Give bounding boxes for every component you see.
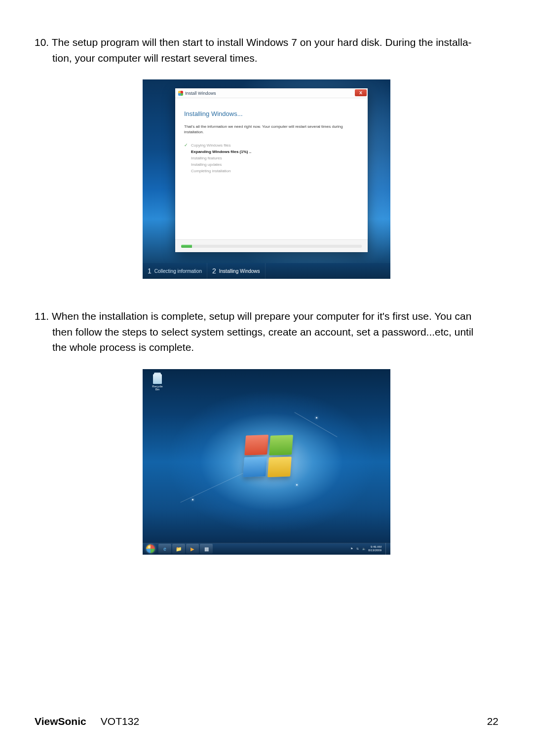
install-steps-list: Copying Windows files Expanding Windows … <box>184 142 359 174</box>
folder-icon: 📁 <box>176 546 182 552</box>
tray-network-icon[interactable]: ⇅ <box>356 547 360 551</box>
page-number: 22 <box>487 716 498 727</box>
step-completing-installation: Completing installation <box>184 168 359 174</box>
footer-step-2-number: 2 <box>212 267 216 275</box>
screenshot-install-wizard: Install Windows X Installing Windows... … <box>143 79 390 279</box>
logo-pane-green <box>269 435 293 455</box>
manual-page: 10. The setup program will then start to… <box>0 0 533 756</box>
step-11-line2: then follow the steps to select system s… <box>35 324 498 340</box>
taskbar: e 📁 ▶ ▦ ⚑ ⇅ 🔈 9:46 AM 8/13/2009 <box>143 543 390 555</box>
sparkle <box>296 484 298 486</box>
tray-flag-icon[interactable]: ⚑ <box>350 547 354 551</box>
dialog-title-text: Install Windows <box>185 91 216 96</box>
recycle-bin-label: Recycle Bin <box>151 385 164 391</box>
step-10-line2: tion, your computer will restart several… <box>35 50 498 66</box>
dialog-info-text: That's all the information we need right… <box>184 124 359 135</box>
install-windows-dialog: Install Windows X Installing Windows... … <box>175 88 368 252</box>
windows-flag-icon <box>178 91 183 96</box>
clock-date: 8/13/2009 <box>368 549 381 552</box>
step-installing-features: Installing features <box>184 155 359 161</box>
recycle-bin-icon[interactable]: Recycle Bin <box>151 374 164 391</box>
taskbar-explorer-button[interactable]: 📁 <box>172 544 185 554</box>
start-button[interactable] <box>144 543 157 554</box>
clock-time: 9:46 AM <box>368 545 381 549</box>
ie-icon: e <box>163 546 166 552</box>
footer-step-2-label: Installing Windows <box>219 268 260 274</box>
dialog-body: Installing Windows... That's all the inf… <box>175 98 368 174</box>
media-player-icon: ▶ <box>190 546 194 552</box>
footer-step-1-number: 1 <box>148 267 152 275</box>
tray-clock[interactable]: 9:46 AM 8/13/2009 <box>368 545 381 552</box>
step-copying-files: Copying Windows files <box>184 142 359 149</box>
close-button[interactable]: X <box>355 89 367 96</box>
progress-bar <box>181 245 362 248</box>
step-11-text: 11. When the installation is complete, s… <box>35 308 498 355</box>
taskbar-media-player-button[interactable]: ▶ <box>186 544 199 554</box>
tray-volume-icon[interactable]: 🔈 <box>362 547 366 551</box>
close-icon: X <box>359 90 362 95</box>
screenshot-windows-desktop: Recycle Bin e 📁 ▶ ▦ ⚑ ⇅ 🔈 <box>143 369 390 555</box>
wizard-footer-steps: 1 Collecting information 2 Installing Wi… <box>143 263 390 279</box>
recycle-bin-glyph <box>153 374 162 384</box>
model-name: VOT132 <box>101 716 139 727</box>
start-orb-icon <box>146 544 155 553</box>
footer-step-1: 1 Collecting information <box>143 263 207 279</box>
step-10-line1: The setup program will then start to ins… <box>52 37 472 48</box>
step-installing-updates: Installing updates <box>184 161 359 168</box>
dialog-heading: Installing Windows... <box>184 110 359 117</box>
logo-pane-blue <box>243 456 267 477</box>
page-footer: ViewSonic VOT132 22 <box>35 716 498 727</box>
footer-brand: ViewSonic VOT132 <box>35 716 139 727</box>
logo-pane-red <box>244 434 268 455</box>
progress-area <box>175 239 368 252</box>
step-11-number: 11. <box>35 310 49 322</box>
brand-name: ViewSonic <box>35 716 86 727</box>
dialog-titlebar: Install Windows X <box>175 88 368 98</box>
taskbar-pinned-button[interactable]: ▦ <box>200 544 213 554</box>
taskbar-ie-button[interactable]: e <box>158 544 171 554</box>
app-icon: ▦ <box>204 546 209 552</box>
show-desktop-button[interactable] <box>385 543 388 555</box>
progress-fill <box>181 245 192 248</box>
step-expanding-files: Expanding Windows files (1%) .. <box>184 149 359 155</box>
windows-logo <box>243 434 293 479</box>
step-10-number: 10. <box>35 37 49 48</box>
step-10-text: 10. The setup program will then start to… <box>35 35 498 66</box>
logo-pane-yellow <box>267 456 292 477</box>
system-tray: ⚑ ⇅ 🔈 9:46 AM 8/13/2009 <box>350 543 390 555</box>
footer-step-2: 2 Installing Windows <box>207 263 266 279</box>
step-11-line1: When the installation is complete, setup… <box>52 310 471 322</box>
footer-step-1-label: Collecting information <box>154 268 202 274</box>
step-11-line3: the whole process is complete. <box>35 340 498 355</box>
